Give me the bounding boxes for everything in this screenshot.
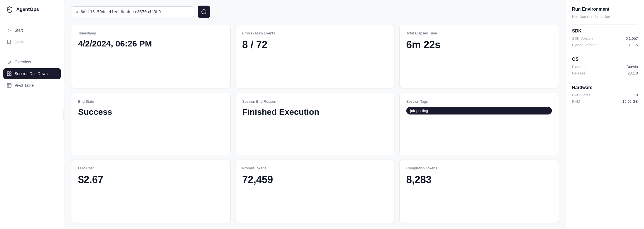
card-completion-tokens: Completion Tokens 8,283 (399, 160, 559, 223)
release-key: Release (572, 71, 585, 75)
platform-key: Platform (572, 65, 585, 69)
hostname-value: reibmac.lan (591, 15, 610, 19)
ram-value: 16.00 GB (622, 99, 638, 104)
elapsed-value: 6m 22s (406, 39, 552, 51)
os-title: OS (572, 57, 638, 62)
sdk-title: SDK (572, 29, 638, 34)
platform-value: Darwin (627, 65, 638, 69)
card-prompt-tokens: Prompt Tokens 72,459 (235, 160, 395, 223)
sdk-section: SDK SDK Version 0.1.0b7 Python Version 3… (572, 29, 638, 47)
nav-divider (3, 52, 61, 52)
ram-row: RAM 16.00 GB (572, 99, 638, 104)
sidebar-item-label-docs: Docs (15, 40, 24, 44)
sidebar-item-label-start: Start (15, 28, 23, 32)
os-section: OS Platform Darwin Release 23.1.0 (572, 57, 638, 75)
main-content: Timestamp 4/2/2024, 06:26 PM Errors / Nu… (64, 0, 566, 229)
pivot-table-icon (7, 83, 12, 88)
completion-tokens-label: Completion Tokens (406, 166, 552, 170)
hardware-section: Hardware CPU Cores 10 RAM 16.00 GB (572, 85, 638, 104)
timestamp-value: 4/2/2024, 06:26 PM (78, 39, 224, 49)
timestamp-label: Timestamp (78, 31, 224, 35)
session-id-input[interactable] (71, 6, 194, 17)
logo-text: AgentOps (16, 7, 39, 12)
refresh-icon (201, 9, 206, 14)
prompt-tokens-value: 72,459 (242, 174, 388, 186)
card-llm-cost: LLM Cost $2.67 (71, 160, 231, 223)
ram-key: RAM (572, 99, 580, 104)
run-environment-section: Run Environment HostName: reibmac.lan (572, 7, 638, 19)
sdk-version-key: SDK Version (572, 36, 593, 41)
start-icon: ▷ (7, 28, 12, 33)
python-version-key: Python Version (572, 43, 596, 47)
run-environment-title: Run Environment (572, 7, 638, 12)
end-state-label: End State (78, 99, 224, 104)
cards-grid: Timestamp 4/2/2024, 06:26 PM Errors / Nu… (71, 25, 559, 223)
svg-rect-4 (7, 72, 9, 73)
card-total-elapsed-time: Total Elapsed Time 6m 22s (399, 25, 559, 88)
hardware-title: Hardware (572, 85, 638, 90)
card-errors-num-events: Errors / Num Events 8 / 72 (235, 25, 395, 88)
cpu-cores-row: CPU Cores 10 (572, 93, 638, 97)
errors-value: 8 / 72 (242, 39, 388, 51)
sidebar-item-session-drill-down[interactable]: Session Drill-Down (3, 68, 61, 79)
llm-cost-value: $2.67 (78, 174, 224, 186)
svg-rect-8 (7, 83, 11, 87)
svg-rect-6 (7, 74, 9, 76)
session-tags-label: Session Tags (406, 99, 552, 104)
sdk-version-value: 0.1.0b7 (626, 36, 638, 41)
session-end-reason-value: Finished Execution (242, 107, 388, 117)
card-session-tags: Session Tags job-posting (399, 93, 559, 155)
cpu-cores-value: 10 (634, 93, 638, 97)
sidebar: AgentOps ▷ Start Docs ◎ Overview (0, 0, 64, 229)
overview-icon: ◎ (7, 59, 12, 64)
svg-rect-7 (10, 74, 11, 76)
session-tag-pill[interactable]: job-posting (406, 107, 552, 114)
divider-1 (572, 24, 638, 25)
end-state-value: Success (78, 107, 224, 117)
hostname-label: HostName: (572, 15, 590, 19)
sidebar-item-label-overview: Overview (15, 60, 31, 64)
docs-icon (7, 39, 12, 45)
header-bar (71, 6, 559, 18)
errors-label: Errors / Num Events (242, 31, 388, 35)
hostname: HostName: reibmac.lan (572, 15, 638, 19)
release-value: 23.1.0 (628, 71, 638, 75)
logo-icon (6, 6, 13, 13)
platform-row: Platform Darwin (572, 65, 638, 69)
elapsed-label: Total Elapsed Time (406, 31, 552, 35)
prompt-tokens-label: Prompt Tokens (242, 166, 388, 170)
sdk-version-row: SDK Version 0.1.0b7 (572, 36, 638, 41)
svg-rect-5 (10, 72, 11, 73)
llm-cost-label: LLM Cost (78, 166, 224, 170)
refresh-button[interactable] (198, 6, 210, 18)
sidebar-nav: ▷ Start Docs ◎ Overview (0, 19, 64, 96)
sidebar-item-label-session: Session Drill-Down (15, 71, 48, 76)
sidebar-item-label-pivot: Pivot Table (15, 83, 34, 88)
card-end-state: End State Success (71, 93, 231, 155)
sidebar-item-pivot-table[interactable]: Pivot Table (3, 80, 61, 91)
sidebar-item-overview[interactable]: ◎ Overview (3, 57, 61, 67)
completion-tokens-value: 8,283 (406, 174, 552, 186)
card-session-end-reason: Session End Reason Finished Execution (235, 93, 395, 155)
divider-2 (572, 53, 638, 53)
release-row: Release 23.1.0 (572, 71, 638, 75)
python-version-value: 3.11.5 (628, 43, 638, 47)
session-drill-down-icon (7, 71, 12, 76)
logo: AgentOps (0, 0, 64, 19)
cpu-cores-key: CPU Cores (572, 93, 591, 97)
resize-handle[interactable] (62, 109, 64, 120)
right-panel: Run Environment HostName: reibmac.lan SD… (566, 0, 644, 229)
sidebar-item-start[interactable]: ▷ Start (3, 25, 61, 36)
sidebar-item-docs[interactable]: Docs (3, 37, 61, 47)
divider-3 (572, 81, 638, 81)
card-timestamp: Timestamp 4/2/2024, 06:26 PM (71, 25, 231, 88)
python-version-row: Python Version 3.11.5 (572, 43, 638, 47)
session-end-reason-label: Session End Reason (242, 99, 388, 104)
